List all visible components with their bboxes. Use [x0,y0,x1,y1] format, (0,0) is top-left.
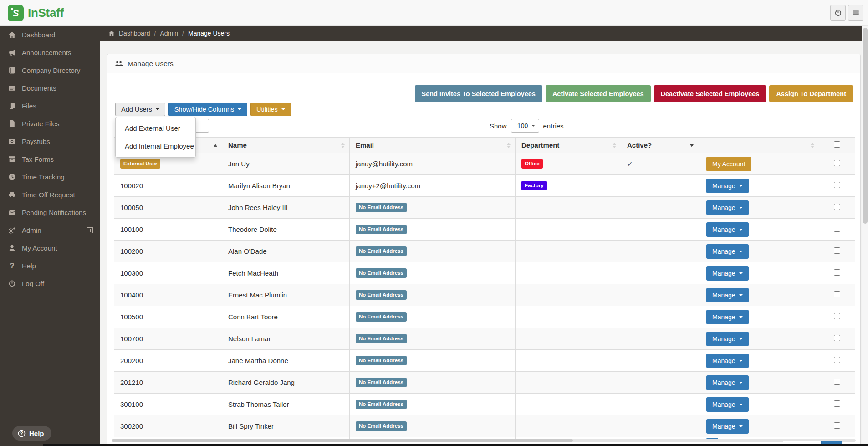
manage-button[interactable]: Manage [706,375,749,390]
sidebar-item-time-off-request[interactable]: Time Off Request [0,186,100,204]
sort-icon[interactable] [613,143,616,148]
cell-department: Office [516,153,621,175]
sidebar-nav: DashboardAnnouncementsCompany DirectoryD… [0,26,100,292]
utilities-button[interactable]: Utilities [250,103,291,116]
activate-selected-employees-button[interactable]: Activate Selected Employees [546,85,651,102]
menu-item-add-internal-employee[interactable]: Add Internal Employee [116,137,195,155]
manage-button[interactable]: Manage [706,200,749,215]
expand-plus-icon[interactable] [87,227,93,233]
action-button-label: Manage [712,270,735,277]
manage-button[interactable]: Manage [706,397,749,412]
select-all-checkbox[interactable] [834,141,840,148]
sidebar-item-announcements[interactable]: Announcements [0,44,100,62]
sort-ascending-icon[interactable] [214,144,217,147]
assign-to-department-button[interactable]: Assign To Department [769,85,853,102]
row-checkbox[interactable] [834,379,840,385]
no-email-badge: No Email Address [356,203,407,212]
sidebar-item-help[interactable]: ?Help [0,257,100,275]
breadcrumb-item-dashboard[interactable]: Dashboard [119,30,150,37]
column-header-col-6[interactable] [700,138,819,153]
row-checkbox[interactable] [834,182,840,188]
manage-button[interactable]: Manage [706,288,749,302]
table-row: 100100Theodore DoliteNo Email AddressMan… [114,219,855,241]
caret-down-icon [156,108,159,110]
column-header-col-7[interactable] [819,138,855,153]
my-account-button[interactable]: My Account [706,157,751,171]
manage-button[interactable]: Manage [706,179,749,193]
manage-button[interactable]: Manage [706,244,749,259]
menu-item-add-external-user[interactable]: Add External User [116,119,195,137]
sidebar-item-paystubs[interactable]: Paystubs [0,133,100,150]
manage-button[interactable]: Manage [706,354,749,368]
sidebar-item-private-files[interactable]: Private Files [0,115,100,133]
manage-button[interactable]: Manage [706,266,749,281]
page-length-control: Show 100 entries [490,119,564,133]
sidebar-item-pending-notifications[interactable]: Pending Notifications [0,204,100,221]
sort-icon[interactable] [507,143,511,148]
row-checkbox[interactable] [834,247,840,254]
entries-select[interactable]: 100 [511,119,539,133]
column-header-email[interactable]: Email [350,138,516,153]
sidebar-item-admin[interactable]: Admin [0,221,100,239]
cell-id: 100100 [114,219,222,241]
row-checkbox[interactable] [834,269,840,276]
table-row: 300100Strab Thomas TailorNo Email Addres… [114,394,855,415]
no-email-badge: No Email Address [356,356,407,365]
add-users-button[interactable]: Add Users [115,103,165,116]
send-invites-to-selected-employees-button[interactable]: Send Invites To Selected Employees [415,85,542,102]
manage-button[interactable]: Manage [706,310,749,324]
row-checkbox[interactable] [834,313,840,319]
manage-button[interactable]: Manage [706,332,749,346]
toolbar: Add Users Show/Hide Columns Utilities [115,103,291,116]
row-checkbox[interactable] [834,204,840,210]
horizontal-scrollbar-thumb[interactable] [112,439,573,442]
sidebar-item-time-tracking[interactable]: Time Tracking [0,168,100,186]
menu-toggle-button[interactable] [848,5,863,21]
column-header-department[interactable]: Department [516,138,621,153]
deactivate-selected-employees-button[interactable]: Deactivate Selected Employees [654,85,766,102]
column-header-name[interactable]: Name [222,138,350,153]
cell-name: Jane Martha Donne [222,350,350,372]
filter-caret-icon[interactable] [689,144,694,147]
sidebar-item-label: Pending Notifications [22,209,86,216]
cell-name: Marilyn Alison Bryan [222,175,350,197]
cell-active [621,241,700,262]
column-header-active[interactable]: Active? [621,138,700,153]
sidebar-item-files[interactable]: Files [0,97,100,115]
logoff-power-button[interactable] [830,5,846,21]
sidebar-item-log-off[interactable]: Log Off [0,275,100,292]
caret-down-icon [739,338,743,340]
brand[interactable]: S InStaff [8,0,64,26]
sidebar-item-dashboard[interactable]: Dashboard [0,26,100,44]
column-header-label: Email [356,141,374,149]
sidebar-item-company-directory[interactable]: Company Directory [0,62,100,79]
sort-icon[interactable] [341,143,345,148]
row-checkbox[interactable] [834,357,840,363]
row-checkbox[interactable] [834,291,840,297]
sort-icon[interactable] [811,143,814,148]
manage-button[interactable]: Manage [706,222,749,237]
sidebar-item-my-account[interactable]: My Account [0,239,100,257]
row-checkbox[interactable] [834,335,840,341]
sidebar-item-documents[interactable]: Documents [0,79,100,97]
table-row: 100020Marilyn Alison Bryanjanuy+2@hutili… [114,175,855,197]
sidebar-item-label: Time Tracking [22,173,65,181]
manage-button[interactable] [706,438,718,439]
row-checkbox[interactable] [834,422,840,429]
cell-active [621,306,700,328]
action-button-label: Manage [712,204,735,211]
cell-department [516,328,621,350]
horizontal-scrollbar[interactable] [112,439,856,442]
vertical-scrollbar[interactable] [862,26,868,446]
row-checkbox[interactable] [834,160,840,166]
show-hide-columns-button[interactable]: Show/Hide Columns [168,103,247,116]
cell-select [819,219,855,241]
row-checkbox[interactable] [834,226,840,232]
vertical-scrollbar-thumb[interactable] [863,28,868,224]
manage-button[interactable]: Manage [706,419,749,434]
breadcrumb-item-admin[interactable]: Admin [160,30,178,37]
help-button[interactable]: ? Help [12,426,51,441]
sidebar-item-tax-forms[interactable]: Tax Forms [0,150,100,168]
table-row: 100300Fetch MacHeathNo Email AddressMana… [114,262,855,284]
row-checkbox[interactable] [834,400,840,407]
